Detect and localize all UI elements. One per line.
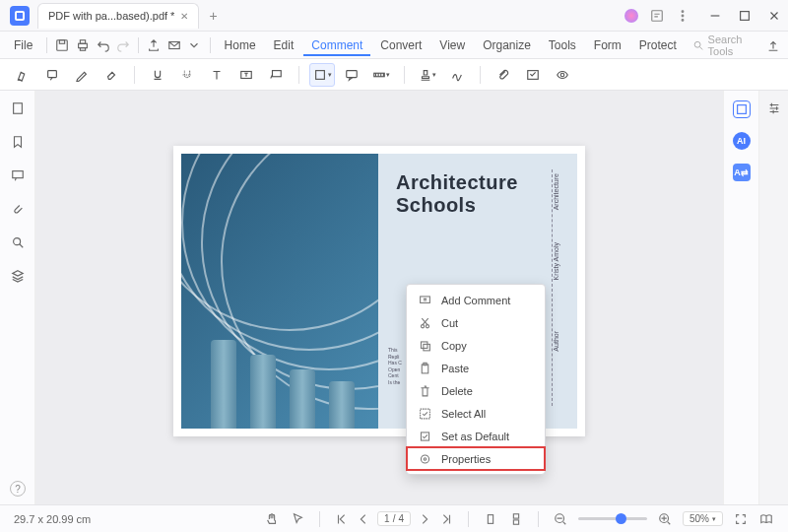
svg-rect-36 — [513, 513, 518, 517]
translate-panel-icon[interactable]: A⇄ — [733, 164, 751, 181]
ctx-cut[interactable]: Cut — [407, 311, 545, 334]
mail-icon[interactable] — [165, 34, 184, 56]
page-input[interactable]: 1/4 — [377, 511, 411, 526]
more-icon[interactable] — [676, 9, 690, 23]
ctx-add-comment[interactable]: Add Comment — [407, 289, 545, 311]
menu-form[interactable]: Form — [586, 34, 629, 56]
comment-panel-icon[interactable] — [10, 167, 26, 183]
visibility-tool-icon[interactable] — [550, 63, 575, 87]
menu-organize[interactable]: Organize — [475, 34, 539, 56]
menu-protect[interactable]: Protect — [631, 34, 685, 56]
callout-tool-icon[interactable] — [263, 63, 289, 87]
menu-file[interactable]: File — [6, 34, 40, 56]
continuous-page-icon[interactable] — [508, 511, 524, 527]
delete-icon — [419, 384, 431, 397]
ctx-properties[interactable]: Properties — [407, 447, 545, 470]
ctx-select-all[interactable]: Select All — [407, 402, 545, 425]
ai-panel-icon[interactable]: AI — [733, 132, 751, 150]
sign-tool-icon[interactable] — [444, 63, 470, 87]
crop-panel-icon[interactable] — [733, 100, 751, 118]
svg-rect-27 — [421, 341, 427, 348]
help-icon[interactable]: ? — [10, 481, 26, 497]
maximize-button[interactable] — [731, 4, 758, 28]
headline-line2: Schools — [396, 194, 518, 217]
measure-tool-icon[interactable]: ▾ — [368, 63, 394, 87]
highlight-tool-icon[interactable] — [10, 63, 35, 87]
svg-point-3 — [682, 19, 684, 21]
attachment-panel-icon[interactable] — [10, 201, 26, 217]
eraser-tool-icon[interactable] — [98, 63, 124, 87]
menu-edit[interactable]: Edit — [266, 34, 302, 56]
read-mode-icon[interactable] — [758, 511, 774, 527]
text-tool-icon[interactable] — [204, 63, 230, 87]
ai-orb-icon[interactable] — [624, 9, 638, 23]
close-tab-icon[interactable]: ✕ — [180, 11, 188, 22]
context-menu: Add Comment Cut Copy Paste Delete Select… — [406, 284, 546, 475]
default-icon — [419, 430, 431, 442]
first-page-icon[interactable] — [334, 511, 350, 527]
shape-tool-icon[interactable]: ▾ — [309, 63, 335, 87]
compare-tool-icon[interactable] — [520, 63, 546, 87]
ctx-delete[interactable]: Delete — [407, 379, 545, 402]
zoom-thumb[interactable] — [616, 513, 626, 524]
search-tools[interactable]: Search Tools — [692, 33, 760, 57]
side-label-3: Author — [553, 331, 559, 352]
svg-rect-4 — [741, 11, 750, 20]
add-tab-button[interactable]: + — [209, 8, 217, 24]
textbox-tool-icon[interactable] — [233, 63, 259, 87]
note-icon[interactable] — [650, 9, 664, 23]
strikethrough-tool-icon[interactable] — [174, 63, 200, 87]
underline-tool-icon[interactable] — [145, 63, 170, 87]
document-tab[interactable]: PDF with pa...based).pdf * ✕ — [37, 3, 199, 29]
save-icon[interactable] — [53, 34, 72, 56]
single-page-icon[interactable] — [483, 511, 498, 527]
svg-point-33 — [421, 454, 428, 462]
page-dimensions: 29.7 x 20.99 cm — [14, 513, 91, 525]
attach-tool-icon[interactable] — [491, 63, 516, 87]
print-icon[interactable] — [74, 34, 93, 56]
stamp-tool-icon[interactable]: ▾ — [415, 63, 440, 87]
zoom-out-icon[interactable] — [553, 511, 568, 527]
menu-view[interactable]: View — [431, 34, 473, 56]
speech-tool-icon[interactable] — [339, 63, 364, 87]
undo-icon[interactable] — [94, 34, 112, 56]
zoom-in-icon[interactable] — [657, 511, 673, 527]
layers-icon[interactable] — [10, 268, 26, 284]
svg-rect-31 — [421, 409, 430, 419]
titlebar: PDF with pa...based).pdf * ✕ + — [0, 0, 788, 32]
document-canvas[interactable]: Architecture Schools Architecture Kristy… — [35, 91, 723, 504]
search-icon — [692, 38, 704, 52]
redo-icon[interactable] — [114, 34, 133, 56]
app-logo — [10, 6, 30, 26]
minimize-button[interactable] — [701, 4, 729, 28]
search-panel-icon[interactable] — [10, 234, 26, 250]
select-tool-icon[interactable] — [290, 511, 305, 527]
ctx-set-default[interactable]: Set as Default — [407, 425, 545, 447]
thumbnails-icon[interactable] — [10, 100, 26, 116]
bookmark-icon[interactable] — [10, 134, 26, 150]
next-page-icon[interactable] — [417, 511, 432, 527]
hand-tool-icon[interactable] — [264, 511, 280, 527]
prev-page-icon[interactable] — [356, 511, 371, 527]
note-tool-icon[interactable] — [39, 63, 65, 87]
fit-page-icon[interactable] — [733, 511, 749, 527]
svg-rect-16 — [347, 70, 358, 77]
ctx-copy[interactable]: Copy — [407, 334, 545, 357]
menu-tools[interactable]: Tools — [541, 34, 584, 56]
menu-comment[interactable]: Comment — [303, 34, 370, 56]
dropdown-icon[interactable] — [185, 34, 204, 56]
close-button[interactable] — [760, 4, 788, 28]
menu-convert[interactable]: Convert — [372, 34, 429, 56]
svg-rect-35 — [488, 514, 492, 523]
ctx-paste[interactable]: Paste — [407, 357, 545, 379]
zoom-slider[interactable] — [578, 517, 647, 520]
properties-icon — [419, 452, 431, 465]
export-icon[interactable] — [145, 34, 164, 56]
menu-home[interactable]: Home — [217, 34, 264, 56]
last-page-icon[interactable] — [438, 511, 454, 527]
cut-icon — [419, 316, 431, 329]
zoom-value[interactable]: 50%▾ — [683, 511, 723, 526]
upload-icon[interactable] — [763, 34, 782, 56]
pencil-tool-icon[interactable] — [69, 63, 95, 87]
settings-sliders-icon[interactable] — [766, 100, 782, 116]
